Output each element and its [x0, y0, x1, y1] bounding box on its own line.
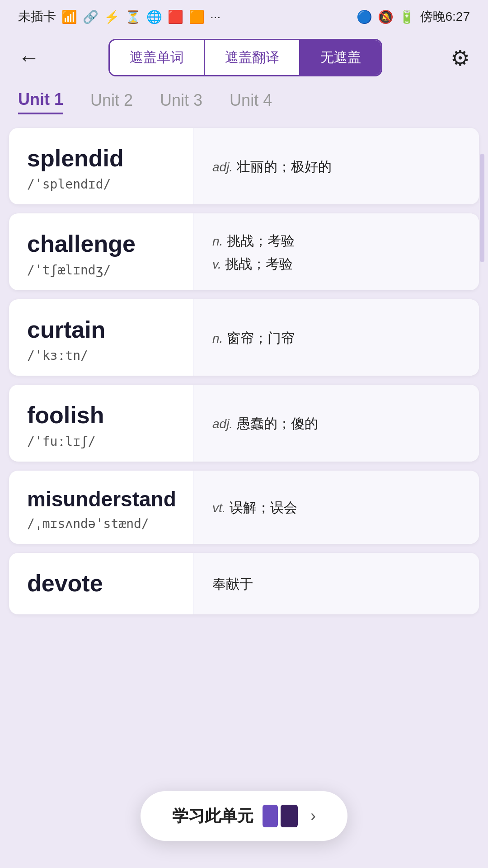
word-definition: vt. 误解；误会 — [212, 496, 465, 519]
filter-cover-translation[interactable]: 遮盖翻译 — [205, 40, 300, 75]
word-left-challenge: challenge /ˈtʃælɪndʒ/ — [9, 213, 194, 290]
word-left-misunderstand: misunderstand /ˌmɪsʌndəˈstænd/ — [9, 471, 194, 544]
word-left-splendid: splendid /ˈsplendɪd/ — [9, 128, 194, 204]
card-icon-back — [263, 805, 278, 827]
word-text: curtain — [27, 316, 180, 344]
word-list: splendid /ˈsplendɪd/ adj. 壮丽的；极好的 challe… — [0, 128, 488, 623]
wifi-icon: 🔗 — [83, 9, 99, 24]
tab-unit3[interactable]: Unit 3 — [160, 90, 202, 114]
word-phonetic: /ˈsplendɪd/ — [27, 177, 180, 192]
word-phonetic: /ˈkɜːtn/ — [27, 348, 180, 363]
word-right-curtain: n. 窗帘；门帘 — [194, 299, 479, 376]
study-label: 学习此单元 — [172, 805, 253, 827]
word-definition: n. 挑战；考验 v. 挑战；考验 — [212, 229, 465, 275]
back-button[interactable]: ← — [18, 47, 40, 69]
carrier-text: 未插卡 — [18, 8, 56, 25]
word-right-splendid: adj. 壮丽的；极好的 — [194, 128, 479, 204]
word-card-splendid: splendid /ˈsplendɪd/ adj. 壮丽的；极好的 — [9, 128, 479, 204]
filter-cover-word[interactable]: 遮盖单词 — [110, 40, 205, 75]
study-icon — [263, 805, 298, 827]
word-right-misunderstand: vt. 误解；误会 — [194, 471, 479, 544]
unit-tabs: Unit 1 Unit 2 Unit 3 Unit 4 — [0, 85, 488, 128]
more-icon: ··· — [210, 9, 221, 24]
app-icon2: 🟧 — [189, 9, 205, 24]
study-arrow-icon: › — [310, 807, 316, 826]
top-bar: ← 遮盖单词 遮盖翻译 无遮盖 ⚙ — [0, 30, 488, 85]
settings-button[interactable]: ⚙ — [450, 45, 470, 71]
tab-unit1[interactable]: Unit 1 — [18, 90, 63, 114]
word-card-foolish: foolish /ˈfuːlɪʃ/ adj. 愚蠢的；傻的 — [9, 385, 479, 461]
word-text: devote — [27, 569, 180, 597]
study-button[interactable]: 学习此单元 › — [141, 791, 347, 841]
card-icon-front — [281, 805, 298, 827]
globe-icon: 🌐 — [146, 9, 162, 24]
word-right-challenge: n. 挑战；考验 v. 挑战；考验 — [194, 213, 479, 290]
status-left: 未插卡 📶 🔗 ⚡ ⏳ 🌐 🟥 🟧 ··· — [18, 8, 221, 25]
word-right-devote: 奉献于 — [194, 553, 479, 614]
status-right: 🔵 🔕 🔋 傍晚6:27 — [357, 8, 470, 25]
filter-group: 遮盖单词 遮盖翻译 无遮盖 — [108, 39, 382, 76]
word-card-curtain: curtain /ˈkɜːtn/ n. 窗帘；门帘 — [9, 299, 479, 376]
word-card-challenge: challenge /ˈtʃælɪndʒ/ n. 挑战；考验 v. 挑战；考验 — [9, 213, 479, 290]
word-text: foolish — [27, 401, 180, 429]
word-left-curtain: curtain /ˈkɜːtn/ — [9, 299, 194, 376]
tab-unit2[interactable]: Unit 2 — [90, 90, 133, 114]
hourglass-icon: ⏳ — [125, 9, 141, 24]
word-right-foolish: adj. 愚蠢的；傻的 — [194, 385, 479, 461]
bell-icon: 🔕 — [378, 9, 394, 24]
clock: 傍晚6:27 — [420, 8, 470, 25]
scrollbar[interactable] — [480, 154, 484, 262]
bluetooth-icon: 🔵 — [357, 9, 372, 24]
word-left-foolish: foolish /ˈfuːlɪʃ/ — [9, 385, 194, 461]
word-phonetic: /ˌmɪsʌndəˈstænd/ — [27, 516, 180, 531]
tab-unit4[interactable]: Unit 4 — [230, 90, 272, 114]
word-left-devote: devote — [9, 553, 194, 614]
signal-icon: 📶 — [61, 9, 77, 24]
usb-icon: ⚡ — [104, 9, 120, 24]
word-phonetic: /ˈfuːlɪʃ/ — [27, 434, 180, 449]
word-text: splendid — [27, 144, 180, 172]
word-definition: adj. 愚蠢的；傻的 — [212, 412, 465, 435]
filter-no-cover[interactable]: 无遮盖 — [300, 40, 381, 75]
word-card-misunderstand: misunderstand /ˌmɪsʌndəˈstænd/ vt. 误解；误会 — [9, 471, 479, 544]
word-phonetic: /ˈtʃælɪndʒ/ — [27, 263, 180, 278]
word-text: misunderstand — [27, 487, 180, 512]
word-definition: n. 窗帘；门帘 — [212, 326, 465, 349]
battery-icon: 🔋 — [399, 9, 415, 24]
word-card-devote: devote 奉献于 — [9, 553, 479, 614]
app-icon1: 🟥 — [168, 9, 183, 24]
word-definition: 奉献于 — [212, 572, 465, 595]
word-definition: adj. 壮丽的；极好的 — [212, 155, 465, 178]
status-bar: 未插卡 📶 🔗 ⚡ ⏳ 🌐 🟥 🟧 ··· 🔵 🔕 🔋 傍晚6:27 — [0, 0, 488, 30]
word-text: challenge — [27, 230, 180, 258]
